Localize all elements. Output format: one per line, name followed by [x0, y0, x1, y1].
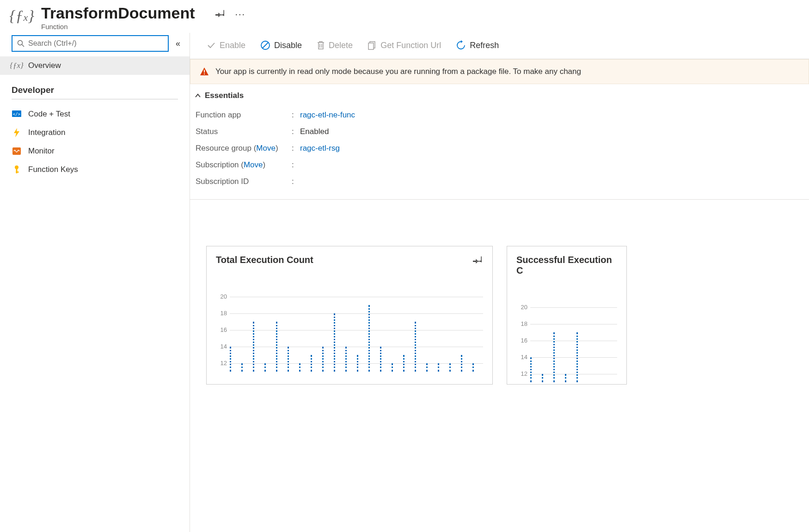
move-subscription-link[interactable]: Move — [244, 160, 263, 169]
get-function-url-button: Get Function Url — [360, 39, 448, 52]
svg-rect-11 — [368, 43, 374, 49]
sidebar-item-label: Code + Test — [28, 110, 70, 119]
search-input[interactable] — [25, 39, 163, 48]
monitor-icon — [12, 147, 22, 155]
sidebar-item-monitor[interactable]: Monitor — [0, 142, 190, 160]
page-title: TransformDocument — [41, 5, 195, 22]
svg-rect-12 — [204, 70, 205, 73]
svg-point-5 — [15, 165, 18, 169]
sidebar-item-label: Overview — [28, 61, 61, 70]
pin-chart-icon[interactable] — [473, 255, 483, 266]
enable-button: Enable — [199, 39, 253, 52]
svg-line-1 — [22, 45, 25, 47]
svg-rect-4 — [12, 147, 21, 155]
warning-icon — [200, 67, 209, 76]
search-icon — [17, 40, 25, 47]
code-icon: </> — [12, 110, 22, 118]
collapse-sidebar-icon[interactable]: « — [176, 39, 180, 49]
delete-button: Delete — [309, 39, 360, 52]
chevron-up-icon — [195, 92, 201, 99]
essentials-value-resource-group[interactable]: ragc-etl-rsg — [300, 144, 340, 153]
refresh-icon — [456, 40, 466, 50]
chart-title: Successful Execution C — [516, 255, 617, 276]
trash-icon — [317, 41, 325, 50]
disable-button[interactable]: Disable — [253, 38, 309, 52]
toolbar: Enable Disable Delete Get Function Url R… — [190, 33, 809, 59]
sidebar-item-function-keys[interactable]: Function Keys — [0, 160, 190, 179]
key-icon — [12, 165, 22, 174]
more-icon[interactable]: ··· — [235, 9, 245, 19]
essentials-label-subscription-id: Subscription ID — [195, 177, 292, 186]
svg-line-9 — [263, 43, 268, 48]
svg-text:</>: </> — [13, 112, 21, 116]
alert-banner: Your app is currently in read only mode … — [190, 59, 809, 84]
page-subtitle: Function — [41, 23, 195, 31]
sidebar-item-integration[interactable]: Integration — [0, 123, 190, 142]
essentials-value-function-app[interactable]: ragc-etl-ne-func — [300, 110, 355, 120]
essentials-label-function-app: Function app — [195, 110, 292, 120]
svg-point-0 — [18, 41, 23, 45]
sidebar-section-developer: Developer — [12, 75, 178, 99]
move-resource-group-link[interactable]: Move — [256, 144, 276, 153]
svg-rect-13 — [204, 73, 205, 74]
search-box[interactable] — [12, 35, 169, 52]
sidebar-item-overview[interactable]: {ƒx} Overview — [0, 56, 190, 75]
sidebar-item-label: Function Keys — [28, 165, 78, 174]
sidebar-item-label: Monitor — [28, 147, 55, 156]
sidebar-item-code-test[interactable]: </> Code + Test — [0, 105, 190, 123]
pin-icon[interactable] — [215, 8, 226, 20]
essentials-label-subscription: Subscription (Move) — [195, 160, 292, 170]
chart-title: Total Execution Count — [216, 255, 483, 265]
essentials-toggle[interactable]: Essentials — [195, 91, 800, 107]
sidebar-item-label: Integration — [28, 128, 65, 137]
function-fx-icon: {ƒx} — [9, 5, 34, 24]
lightning-icon — [12, 128, 22, 137]
block-icon — [260, 40, 270, 50]
refresh-button[interactable]: Refresh — [448, 38, 506, 52]
function-fx-small-icon: {ƒx} — [12, 61, 22, 70]
essentials-value-status: Enabled — [300, 127, 329, 136]
chart-successful-execution-count: Successful Execution C 1214161820 — [507, 246, 627, 385]
essentials-label-resource-group: Resource group (Move) — [195, 144, 292, 153]
essentials-label-status: Status — [195, 127, 292, 136]
chart-total-execution-count: Total Execution Count 1214161820 — [206, 246, 493, 385]
copy-icon — [368, 41, 377, 50]
svg-rect-7 — [16, 171, 19, 173]
alert-text: Your app is currently in read only mode … — [215, 67, 581, 76]
check-icon — [207, 41, 216, 50]
